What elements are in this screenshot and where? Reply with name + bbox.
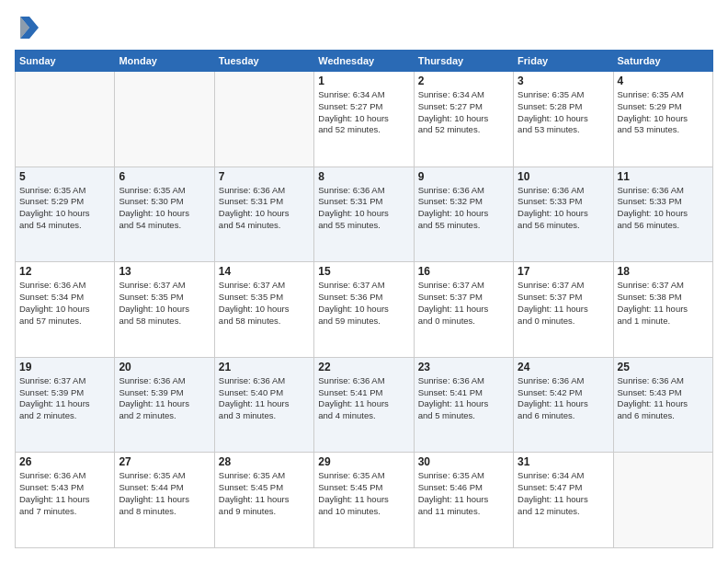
header <box>15 15 713 40</box>
day-number: 24 <box>518 361 609 373</box>
day-info: Sunrise: 6:36 AM Sunset: 5:34 PM Dayligh… <box>19 280 110 327</box>
day-number: 22 <box>318 361 409 373</box>
calendar-cell: 16Sunrise: 6:37 AM Sunset: 5:37 PM Dayli… <box>414 262 513 358</box>
calendar-cell: 10Sunrise: 6:36 AM Sunset: 5:33 PM Dayli… <box>514 167 613 262</box>
day-info: Sunrise: 6:37 AM Sunset: 5:36 PM Dayligh… <box>318 280 409 327</box>
calendar-cell <box>16 72 115 167</box>
day-number: 31 <box>518 455 609 468</box>
day-number: 7 <box>219 170 310 183</box>
day-number: 11 <box>618 170 709 183</box>
day-number: 3 <box>518 75 609 87</box>
calendar-cell: 1Sunrise: 6:34 AM Sunset: 5:27 PM Daylig… <box>314 72 414 167</box>
weekday-header-tuesday: Tuesday <box>214 51 313 72</box>
day-number: 8 <box>318 170 409 183</box>
day-number: 20 <box>119 361 210 373</box>
calendar-cell: 22Sunrise: 6:36 AM Sunset: 5:41 PM Dayli… <box>314 357 414 453</box>
day-info: Sunrise: 6:34 AM Sunset: 5:27 PM Dayligh… <box>318 89 409 136</box>
calendar-cell: 29Sunrise: 6:35 AM Sunset: 5:45 PM Dayli… <box>314 453 414 548</box>
weekday-header-monday: Monday <box>115 51 214 72</box>
calendar-cell: 3Sunrise: 6:35 AM Sunset: 5:28 PM Daylig… <box>514 72 613 167</box>
day-number: 13 <box>119 265 210 278</box>
logo <box>15 15 44 40</box>
day-number: 26 <box>19 455 110 468</box>
calendar-cell: 15Sunrise: 6:37 AM Sunset: 5:36 PM Dayli… <box>314 262 414 358</box>
week-row-2: 5Sunrise: 6:35 AM Sunset: 5:29 PM Daylig… <box>16 167 713 262</box>
day-info: Sunrise: 6:35 AM Sunset: 5:46 PM Dayligh… <box>418 470 509 517</box>
day-number: 25 <box>618 361 709 373</box>
day-number: 5 <box>19 170 110 183</box>
day-number: 12 <box>19 265 110 278</box>
day-number: 15 <box>318 265 409 278</box>
day-number: 27 <box>119 455 210 468</box>
calendar-cell: 5Sunrise: 6:35 AM Sunset: 5:29 PM Daylig… <box>16 167 115 262</box>
day-info: Sunrise: 6:36 AM Sunset: 5:41 PM Dayligh… <box>418 375 509 422</box>
day-info: Sunrise: 6:37 AM Sunset: 5:37 PM Dayligh… <box>418 280 509 327</box>
day-number: 2 <box>418 75 509 87</box>
weekday-header-thursday: Thursday <box>414 51 513 72</box>
calendar-cell: 14Sunrise: 6:37 AM Sunset: 5:35 PM Dayli… <box>214 262 313 358</box>
day-number: 10 <box>518 170 609 183</box>
logo-icon <box>15 15 40 40</box>
day-info: Sunrise: 6:35 AM Sunset: 5:28 PM Dayligh… <box>518 89 609 136</box>
day-info: Sunrise: 6:36 AM Sunset: 5:32 PM Dayligh… <box>418 185 509 232</box>
calendar-cell: 28Sunrise: 6:35 AM Sunset: 5:45 PM Dayli… <box>214 453 313 548</box>
day-info: Sunrise: 6:36 AM Sunset: 5:42 PM Dayligh… <box>518 375 609 422</box>
weekday-header-row: SundayMondayTuesdayWednesdayThursdayFrid… <box>16 51 713 72</box>
day-info: Sunrise: 6:37 AM Sunset: 5:38 PM Dayligh… <box>618 280 709 327</box>
day-info: Sunrise: 6:34 AM Sunset: 5:47 PM Dayligh… <box>518 470 609 517</box>
calendar-cell: 20Sunrise: 6:36 AM Sunset: 5:39 PM Dayli… <box>115 357 214 453</box>
day-info: Sunrise: 6:35 AM Sunset: 5:44 PM Dayligh… <box>119 470 210 517</box>
calendar-cell: 2Sunrise: 6:34 AM Sunset: 5:27 PM Daylig… <box>414 72 513 167</box>
day-number: 6 <box>119 170 210 183</box>
day-info: Sunrise: 6:35 AM Sunset: 5:30 PM Dayligh… <box>119 185 210 232</box>
calendar-cell: 6Sunrise: 6:35 AM Sunset: 5:30 PM Daylig… <box>115 167 214 262</box>
day-info: Sunrise: 6:36 AM Sunset: 5:43 PM Dayligh… <box>19 470 110 517</box>
day-number: 28 <box>219 455 310 468</box>
day-info: Sunrise: 6:37 AM Sunset: 5:37 PM Dayligh… <box>518 280 609 327</box>
day-info: Sunrise: 6:36 AM Sunset: 5:39 PM Dayligh… <box>119 375 210 422</box>
day-number: 17 <box>518 265 609 278</box>
weekday-header-friday: Friday <box>514 51 613 72</box>
day-info: Sunrise: 6:34 AM Sunset: 5:27 PM Dayligh… <box>418 89 509 136</box>
calendar-cell: 7Sunrise: 6:36 AM Sunset: 5:31 PM Daylig… <box>214 167 313 262</box>
calendar-cell: 13Sunrise: 6:37 AM Sunset: 5:35 PM Dayli… <box>115 262 214 358</box>
week-row-1: 1Sunrise: 6:34 AM Sunset: 5:27 PM Daylig… <box>16 72 713 167</box>
day-info: Sunrise: 6:35 AM Sunset: 5:29 PM Dayligh… <box>618 89 709 136</box>
calendar-cell: 25Sunrise: 6:36 AM Sunset: 5:43 PM Dayli… <box>613 357 712 453</box>
calendar-cell: 17Sunrise: 6:37 AM Sunset: 5:37 PM Dayli… <box>514 262 613 358</box>
calendar-cell: 30Sunrise: 6:35 AM Sunset: 5:46 PM Dayli… <box>414 453 513 548</box>
calendar-cell: 23Sunrise: 6:36 AM Sunset: 5:41 PM Dayli… <box>414 357 513 453</box>
calendar-cell: 24Sunrise: 6:36 AM Sunset: 5:42 PM Dayli… <box>514 357 613 453</box>
day-number: 19 <box>19 361 110 373</box>
calendar-cell <box>214 72 313 167</box>
day-info: Sunrise: 6:35 AM Sunset: 5:45 PM Dayligh… <box>318 470 409 517</box>
weekday-header-sunday: Sunday <box>16 51 115 72</box>
day-number: 21 <box>219 361 310 373</box>
calendar-cell <box>613 453 712 548</box>
day-number: 1 <box>318 75 409 87</box>
day-number: 18 <box>618 265 709 278</box>
calendar-cell: 9Sunrise: 6:36 AM Sunset: 5:32 PM Daylig… <box>414 167 513 262</box>
day-number: 4 <box>618 75 709 87</box>
calendar-cell: 26Sunrise: 6:36 AM Sunset: 5:43 PM Dayli… <box>16 453 115 548</box>
calendar-cell: 19Sunrise: 6:37 AM Sunset: 5:39 PM Dayli… <box>16 357 115 453</box>
calendar-cell: 18Sunrise: 6:37 AM Sunset: 5:38 PM Dayli… <box>613 262 712 358</box>
calendar-cell <box>115 72 214 167</box>
day-info: Sunrise: 6:37 AM Sunset: 5:39 PM Dayligh… <box>19 375 110 422</box>
calendar-cell: 8Sunrise: 6:36 AM Sunset: 5:31 PM Daylig… <box>314 167 414 262</box>
day-number: 29 <box>318 455 409 468</box>
calendar-cell: 31Sunrise: 6:34 AM Sunset: 5:47 PM Dayli… <box>514 453 613 548</box>
weekday-header-wednesday: Wednesday <box>314 51 414 72</box>
calendar-table: SundayMondayTuesdayWednesdayThursdayFrid… <box>15 50 713 548</box>
day-info: Sunrise: 6:36 AM Sunset: 5:40 PM Dayligh… <box>219 375 310 422</box>
day-info: Sunrise: 6:37 AM Sunset: 5:35 PM Dayligh… <box>219 280 310 327</box>
calendar-cell: 12Sunrise: 6:36 AM Sunset: 5:34 PM Dayli… <box>16 262 115 358</box>
calendar-cell: 21Sunrise: 6:36 AM Sunset: 5:40 PM Dayli… <box>214 357 313 453</box>
weekday-header-saturday: Saturday <box>613 51 712 72</box>
day-info: Sunrise: 6:35 AM Sunset: 5:29 PM Dayligh… <box>19 185 110 232</box>
day-number: 14 <box>219 265 310 278</box>
day-info: Sunrise: 6:36 AM Sunset: 5:33 PM Dayligh… <box>618 185 709 232</box>
calendar-cell: 4Sunrise: 6:35 AM Sunset: 5:29 PM Daylig… <box>613 72 712 167</box>
week-row-3: 12Sunrise: 6:36 AM Sunset: 5:34 PM Dayli… <box>16 262 713 358</box>
day-info: Sunrise: 6:36 AM Sunset: 5:31 PM Dayligh… <box>318 185 409 232</box>
